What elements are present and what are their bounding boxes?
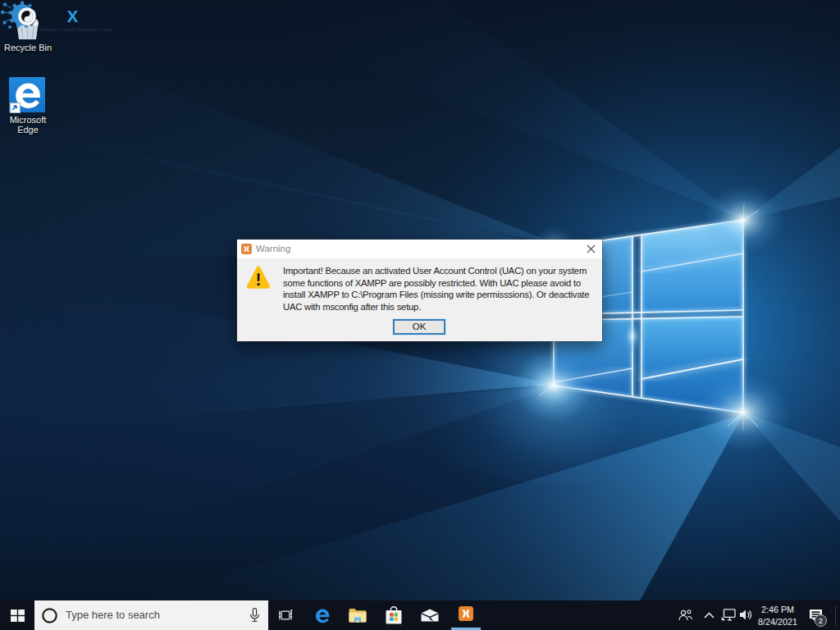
svg-text:Melepas Lelah Menekuni Hobi: Melepas Lelah Menekuni Hobi <box>40 27 112 32</box>
svg-text:iperX: iperX <box>37 7 79 25</box>
